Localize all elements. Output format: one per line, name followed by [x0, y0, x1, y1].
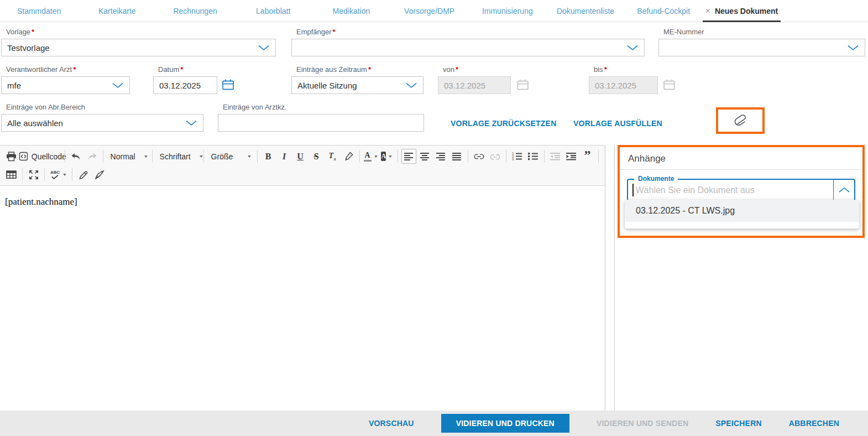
editor-toolbar: Quellcode Normal Schriftart: [0, 145, 605, 186]
arzt-select[interactable]: mfe: [1, 76, 130, 94]
abbrechen-button[interactable]: ABBRECHEN: [789, 419, 839, 428]
vorschau-button[interactable]: VORSCHAU: [369, 419, 414, 428]
tab-rechnungen[interactable]: Rechnungen: [156, 0, 234, 22]
required-marker: *: [32, 28, 34, 36]
bold-icon[interactable]: B: [261, 149, 276, 164]
remove-format-icon[interactable]: Tx: [325, 149, 340, 164]
empfaenger-field: Empfänger*: [291, 28, 645, 56]
tab-laborblatt[interactable]: Laborblatt: [234, 0, 312, 22]
dropdown-arrow-icon: [200, 155, 203, 158]
me-nummer-select[interactable]: [658, 39, 865, 56]
speichern-button[interactable]: SPEICHERN: [715, 419, 761, 428]
document-dropdown: 03.12.2025 - CT LWS.jpg: [625, 200, 859, 229]
close-icon[interactable]: ×: [705, 7, 710, 15]
tab-befund-cockpit[interactable]: Befund-Cockpit: [625, 0, 703, 22]
bullet-list-icon[interactable]: [526, 149, 541, 164]
background-color-icon[interactable]: A: [379, 149, 394, 164]
new-document-page: Stammdaten Karteikarte Rechnungen Laborb…: [0, 0, 868, 436]
required-marker: *: [456, 65, 458, 74]
zeitraum-field: Einträge aus Zeitraum* Aktuelle Sitzung: [291, 65, 423, 94]
chevron-down-icon: [185, 120, 197, 126]
datum-input[interactable]: [159, 81, 211, 90]
empfaenger-select[interactable]: [291, 39, 645, 56]
datum-field: Datum*: [153, 65, 217, 94]
pencil-icon[interactable]: [76, 167, 91, 182]
align-left-icon[interactable]: [401, 149, 416, 164]
dropdown-arrow-icon: [144, 155, 148, 158]
dropdown-arrow-icon: [389, 155, 392, 158]
align-center-icon[interactable]: [417, 149, 432, 164]
von-field: von*: [438, 65, 511, 94]
spellcheck-icon[interactable]: ABC: [48, 167, 69, 182]
chevron-up-icon[interactable]: [833, 180, 854, 200]
numbered-list-icon[interactable]: 123: [510, 149, 525, 164]
rich-text-editor: Quellcode Normal Schriftart: [0, 145, 605, 411]
abr-bereich-select[interactable]: Alle auswählen: [1, 114, 203, 132]
required-marker: *: [333, 28, 336, 36]
chevron-down-icon: [626, 45, 639, 51]
me-nummer-field: ME-Nummer: [658, 28, 865, 56]
datum-calendar-icon[interactable]: [222, 79, 234, 91]
action-bar: VORSCHAU VIDIEREN UND DRUCKEN VIDIEREN U…: [0, 411, 868, 436]
text-color-icon[interactable]: A: [363, 149, 378, 164]
tab-immunisierung[interactable]: Immunisierung: [468, 0, 546, 22]
bis-input: [595, 81, 652, 90]
redo-icon: [85, 149, 100, 164]
dropdown-arrow-icon: [63, 174, 66, 176]
unlink-icon: [488, 149, 503, 164]
print-icon[interactable]: [4, 149, 19, 164]
arztkz-field: Einträge von Arztkz.: [218, 103, 424, 132]
strikethrough-icon[interactable]: S: [309, 149, 324, 164]
document-select-input[interactable]: [634, 185, 834, 195]
decrease-indent-icon: [548, 149, 563, 164]
divider: [620, 169, 862, 170]
paragraph-format-dropdown[interactable]: Normal: [106, 149, 149, 164]
document-option[interactable]: 03.12.2025 - CT LWS.jpg: [625, 200, 859, 222]
arzt-field: Verantwortlicher Arzt* mfe: [1, 65, 130, 94]
signature-pen-icon[interactable]: [92, 167, 107, 182]
format-painter-icon[interactable]: [341, 149, 356, 164]
vidieren-und-drucken-button[interactable]: VIDIEREN UND DRUCKEN: [441, 414, 569, 433]
tab-karteikarte[interactable]: Karteikarte: [78, 0, 156, 22]
von-input: [444, 81, 505, 90]
vorlage-field: Vorlage* Testvorlage: [1, 28, 276, 56]
patient-tab-bar: Stammdaten Karteikarte Rechnungen Laborb…: [0, 0, 868, 22]
underline-icon[interactable]: U: [293, 149, 308, 164]
source-code-icon: [19, 152, 28, 161]
vorlage-select[interactable]: Testvorlage: [1, 39, 276, 56]
svg-text:3: 3: [512, 158, 514, 161]
font-dropdown[interactable]: Schriftart: [155, 149, 201, 164]
dropdown-arrow-icon: [374, 155, 378, 158]
align-right-icon[interactable]: [433, 149, 448, 164]
editor-content[interactable]: [patient.nachname]: [0, 186, 605, 218]
vorlage-zuruecksetzen-button[interactable]: VORLAGE ZURÜCKSETZEN: [451, 119, 556, 128]
chevron-down-icon: [112, 82, 124, 89]
required-marker: *: [604, 65, 607, 74]
source-code-button[interactable]: Quellcode: [24, 149, 61, 164]
attachment-highlight-box: [716, 107, 765, 134]
required-marker: *: [368, 65, 371, 74]
vorlage-ausfuellen-button[interactable]: VORLAGE AUSFÜLLEN: [573, 119, 662, 128]
arztkz-input[interactable]: [224, 118, 418, 128]
maximize-icon[interactable]: [26, 167, 41, 182]
italic-icon[interactable]: I: [277, 149, 292, 164]
tab-dokumentenliste[interactable]: Dokumentenliste: [546, 0, 624, 22]
table-icon[interactable]: [4, 167, 19, 182]
size-dropdown[interactable]: Größe: [207, 149, 254, 164]
undo-icon[interactable]: [69, 149, 83, 164]
tab-vorsorge-dmp[interactable]: Vorsorge/DMP: [390, 0, 468, 22]
zeitraum-select[interactable]: Aktuelle Sitzung: [291, 76, 423, 94]
chevron-down-icon: [405, 82, 417, 89]
link-icon[interactable]: [472, 149, 487, 164]
document-select-field: Dokumente: [627, 179, 855, 201]
panel-divider: [614, 145, 615, 411]
increase-indent-icon[interactable]: [564, 149, 579, 164]
tab-medikation[interactable]: Medikation: [312, 0, 390, 22]
paperclip-icon[interactable]: [734, 113, 747, 128]
required-marker: *: [180, 65, 183, 74]
blockquote-icon[interactable]: ”: [580, 149, 595, 164]
tab-neues-dokument[interactable]: × Neues Dokument: [703, 0, 781, 22]
tab-stammdaten[interactable]: Stammdaten: [0, 0, 78, 22]
justify-icon[interactable]: [449, 149, 464, 164]
bis-calendar-icon: [663, 79, 676, 91]
